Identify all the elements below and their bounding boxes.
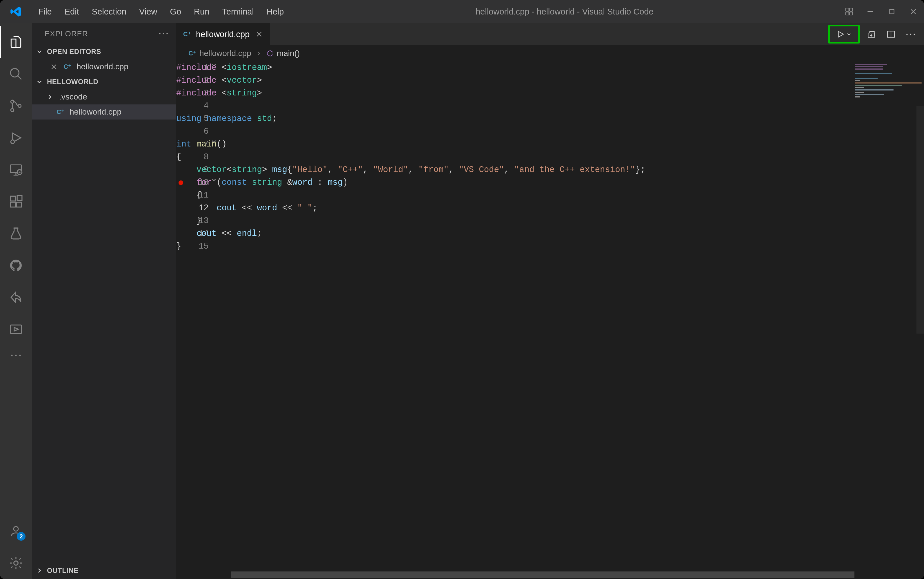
menu-view[interactable]: View — [133, 0, 163, 23]
editor-action-diff[interactable] — [861, 23, 881, 45]
svg-point-27 — [11, 355, 13, 356]
tab-filename: helloworld.cpp — [196, 29, 249, 39]
window-controls — [860, 0, 924, 23]
editor-area: C⁺ helloworld.cpp — [176, 23, 924, 579]
code-line[interactable]: { — [176, 189, 853, 202]
breadcrumb-file[interactable]: helloworld.cpp — [199, 49, 251, 58]
activity-explorer[interactable] — [0, 26, 32, 58]
explorer-more-button[interactable] — [158, 31, 169, 36]
code-line[interactable] — [176, 100, 853, 113]
cpp-file-icon: C⁺ — [55, 108, 65, 116]
activity-settings[interactable] — [0, 547, 32, 579]
menu-file[interactable]: File — [32, 0, 58, 23]
editor-action-split[interactable] — [881, 23, 901, 45]
activity-liveshare[interactable] — [0, 281, 32, 313]
cpp-file-icon: C⁺ — [188, 50, 197, 57]
code-line[interactable]: } — [176, 240, 853, 253]
breadcrumb[interactable]: C⁺ helloworld.cpp main() — [176, 45, 924, 62]
open-editors-label: OPEN EDITORS — [47, 47, 101, 56]
code-line[interactable]: } — [176, 215, 853, 227]
svg-point-10 — [11, 100, 14, 103]
activity-source-control[interactable] — [0, 90, 32, 122]
editor-action-more[interactable] — [901, 23, 921, 45]
minimap[interactable] — [853, 62, 924, 579]
window-close-button[interactable] — [903, 0, 924, 23]
activity-overflow[interactable] — [0, 345, 32, 365]
workspace-label: HELLOWORLD — [47, 78, 98, 86]
chevron-right-icon — [45, 93, 55, 101]
explorer-title: EXPLORER — [45, 29, 88, 38]
editor-tab[interactable]: C⁺ helloworld.cpp — [176, 23, 270, 45]
tab-close-button[interactable] — [254, 29, 264, 39]
window-minimize-button[interactable] — [860, 0, 881, 23]
run-button[interactable] — [836, 30, 845, 39]
menu-run[interactable]: Run — [187, 0, 216, 23]
activity-github[interactable] — [0, 249, 32, 281]
activity-run-debug[interactable] — [0, 122, 32, 154]
outline-header[interactable]: OUTLINE — [32, 562, 176, 579]
vscode-logo-icon — [0, 6, 32, 17]
svg-rect-5 — [890, 10, 894, 14]
code-line[interactable]: for (const string &word : msg) — [176, 177, 853, 189]
svg-point-47 — [914, 34, 915, 35]
svg-point-32 — [159, 33, 161, 34]
code-line[interactable]: int main() — [176, 138, 853, 151]
svg-rect-3 — [849, 12, 853, 15]
svg-line-9 — [18, 76, 21, 80]
menu-help[interactable]: Help — [260, 0, 290, 23]
code-line[interactable]: #include <iostream> — [176, 62, 853, 74]
svg-point-33 — [163, 33, 165, 34]
window-maximize-button[interactable] — [881, 0, 903, 23]
explorer-sidebar: EXPLORER OPEN EDITORS C⁺ helloworld.cpp — [32, 23, 176, 579]
vertical-scrollbar-overview[interactable] — [916, 106, 924, 334]
activity-remote-explorer[interactable] — [0, 154, 32, 186]
tree-file-label: helloworld.cpp — [70, 107, 121, 117]
editor-actions — [828, 23, 924, 45]
svg-marker-39 — [839, 31, 844, 37]
code-line[interactable]: #include <vector> — [176, 74, 853, 87]
menu-go[interactable]: Go — [163, 0, 187, 23]
activity-extensions[interactable] — [0, 186, 32, 218]
open-editors-header[interactable]: OPEN EDITORS — [32, 44, 176, 59]
svg-point-30 — [14, 527, 18, 531]
open-editor-item[interactable]: C⁺ helloworld.cpp — [32, 59, 176, 74]
svg-point-34 — [166, 33, 168, 34]
code-line[interactable]: vector<string> msg{"Hello", "C++", "Worl… — [176, 164, 853, 177]
svg-point-45 — [906, 34, 908, 35]
activity-testing[interactable] — [0, 218, 32, 249]
code-line[interactable]: #include <string> — [176, 87, 853, 100]
run-button-highlight — [828, 25, 860, 44]
svg-point-29 — [19, 355, 21, 356]
tree-file-helloworld[interactable]: C⁺ helloworld.cpp — [32, 105, 176, 119]
code-line[interactable]: using namespace std; — [176, 113, 853, 125]
code-editor[interactable]: 1#include <iostream>2#include <vector>3#… — [176, 62, 853, 579]
menu-edit[interactable]: Edit — [58, 0, 85, 23]
svg-point-11 — [11, 108, 14, 111]
explorer-header: EXPLORER — [32, 23, 176, 44]
tree-folder-vscode[interactable]: .vscode — [32, 89, 176, 105]
menu-selection[interactable]: Selection — [85, 0, 133, 23]
activity-accounts[interactable]: 2 — [0, 515, 32, 547]
customize-layout-button[interactable] — [839, 0, 860, 23]
open-editor-filename: helloworld.cpp — [77, 62, 129, 71]
title-bar[interactable]: File Edit Selection View Go Run Terminal… — [0, 0, 924, 23]
activity-project-manager[interactable] — [0, 313, 32, 345]
menu-terminal[interactable]: Terminal — [216, 0, 260, 23]
code-line[interactable]: { — [176, 151, 853, 164]
svg-rect-22 — [16, 202, 21, 207]
close-editor-button[interactable] — [49, 62, 59, 71]
breadcrumb-symbol[interactable]: main() — [277, 49, 300, 58]
code-line[interactable] — [176, 125, 853, 138]
run-dropdown-button[interactable] — [846, 31, 852, 37]
svg-point-31 — [14, 561, 18, 565]
chevron-right-icon — [254, 51, 264, 56]
window-title: helloworld.cpp - helloworld - Visual Stu… — [290, 7, 839, 16]
cpp-file-icon: C⁺ — [183, 31, 191, 38]
workspace-header[interactable]: HELLOWORLD — [32, 74, 176, 89]
activity-search[interactable] — [0, 58, 32, 90]
svg-point-46 — [910, 34, 911, 35]
horizontal-scrollbar[interactable] — [231, 571, 854, 578]
menu-bar: File Edit Selection View Go Run Terminal… — [32, 0, 290, 23]
code-line[interactable]: cout << word << " "; — [176, 202, 853, 215]
code-line[interactable]: cout << endl; — [176, 227, 853, 240]
